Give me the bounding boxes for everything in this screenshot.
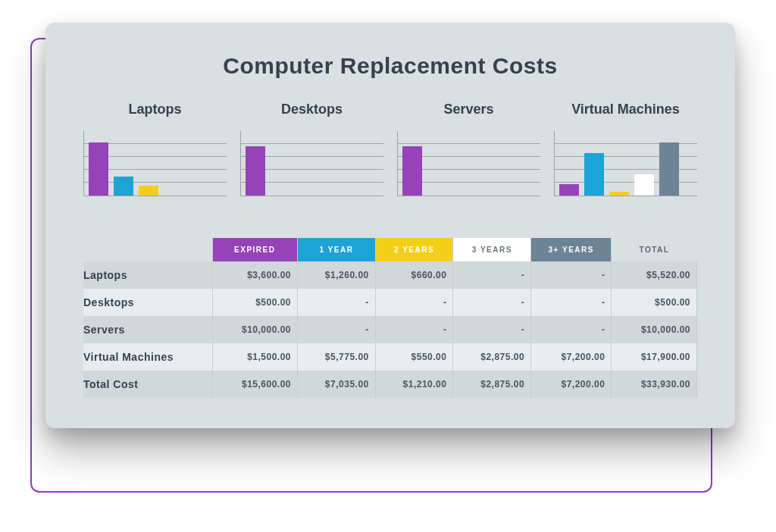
table-row: Servers$10,000.00----$10,000.00 (83, 316, 697, 343)
col-header-3plus: 3+ YEARS (531, 238, 612, 261)
table-row: Total Cost$15,600.00$7,035.00$1,210.00$2… (83, 371, 697, 398)
col-header-1year: 1 YEAR (298, 238, 376, 261)
cell: - (298, 289, 376, 316)
row-label: Laptops (83, 261, 212, 289)
cell: - (375, 289, 453, 316)
cell: $500.00 (612, 289, 697, 316)
cell: $3,600.00 (212, 261, 298, 289)
col-header-2years: 2 YEARS (375, 238, 453, 261)
chart-desktops: Desktops (240, 102, 383, 196)
cell: $1,500.00 (212, 343, 298, 371)
row-label: Total Cost (83, 371, 212, 398)
cell: - (298, 316, 376, 343)
chart-title: Laptops (83, 102, 227, 117)
chart-plot (83, 131, 227, 196)
table-row: Laptops$3,600.00$1,260.00$660.00--$5,520… (83, 261, 697, 289)
table-header-row: EXPIRED 1 YEAR 2 YEARS 3 YEARS 3+ YEARS … (83, 238, 697, 261)
cell: $2,875.00 (453, 343, 531, 371)
bar (659, 142, 679, 196)
cell: $15,600.00 (212, 371, 298, 398)
table-body: Laptops$3,600.00$1,260.00$660.00--$5,520… (83, 261, 697, 398)
cell: $7,200.00 (531, 371, 612, 398)
row-label: Virtual Machines (83, 343, 212, 371)
chart-servers: Servers (397, 102, 540, 196)
cell: $7,200.00 (531, 343, 612, 371)
cell: - (531, 316, 612, 343)
cell: - (453, 289, 531, 316)
cell: $1,260.00 (298, 261, 376, 289)
chart-vms: Virtual Machines (554, 102, 697, 196)
cell: $10,000.00 (612, 316, 697, 343)
col-header-3years: 3 YEARS (453, 238, 531, 261)
bar (584, 153, 604, 196)
cell: - (531, 289, 612, 316)
col-header-expired: EXPIRED (212, 238, 298, 261)
row-label: Servers (83, 316, 212, 343)
row-label: Desktops (83, 289, 212, 316)
table-row: Desktops$500.00----$500.00 (83, 289, 697, 316)
chart-plot (397, 131, 540, 196)
cell: $5,775.00 (298, 343, 376, 371)
cell: - (453, 316, 531, 343)
cell: $7,035.00 (298, 371, 376, 398)
bar (634, 174, 654, 196)
report-card: Computer Replacement Costs Laptops Deskt… (45, 23, 735, 428)
bar (139, 186, 158, 196)
cell: $1,210.00 (375, 371, 453, 398)
chart-plot (554, 131, 697, 196)
bar (246, 146, 265, 196)
cell: $17,900.00 (612, 343, 697, 371)
chart-title: Servers (397, 102, 540, 117)
chart-title: Desktops (240, 102, 383, 117)
bar (559, 184, 579, 196)
page-title: Computer Replacement Costs (83, 53, 697, 79)
bar (89, 142, 108, 196)
costs-table: EXPIRED 1 YEAR 2 YEARS 3 YEARS 3+ YEARS … (83, 238, 697, 398)
cell: - (453, 261, 531, 289)
table-row: Virtual Machines$1,500.00$5,775.00$550.0… (83, 343, 697, 371)
cell: - (531, 261, 612, 289)
bar (114, 177, 133, 196)
cell: $550.00 (375, 343, 453, 371)
bar (402, 146, 422, 196)
chart-laptops: Laptops (83, 102, 227, 196)
cell: $2,875.00 (453, 371, 531, 398)
mini-charts-row: Laptops Desktops Servers Virtual Machine… (83, 102, 697, 196)
cell: $33,930.00 (612, 371, 697, 398)
bar (609, 192, 629, 196)
cell: $5,520.00 (612, 261, 697, 289)
chart-plot (240, 131, 383, 196)
cell: $660.00 (375, 261, 453, 289)
cell: - (375, 316, 453, 343)
chart-title: Virtual Machines (554, 102, 697, 117)
cell: $10,000.00 (212, 316, 298, 343)
cell: $500.00 (212, 289, 298, 316)
col-header-total: TOTAL (612, 238, 697, 261)
